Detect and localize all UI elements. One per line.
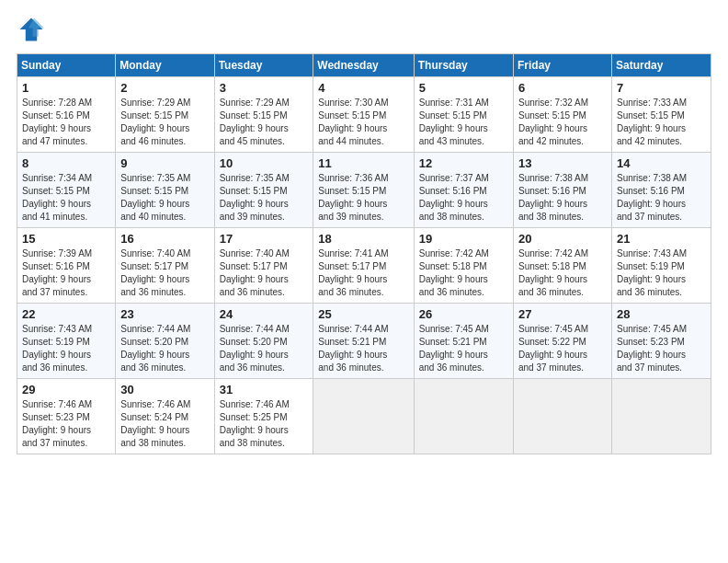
day-info: Sunrise: 7:31 AM Sunset: 5:15 PM Dayligh… [419,97,508,148]
day-info: Sunrise: 7:37 AM Sunset: 5:16 PM Dayligh… [419,172,508,224]
day-number: 22 [22,307,110,321]
calendar-day-cell [313,379,414,454]
day-info: Sunrise: 7:42 AM Sunset: 5:18 PM Dayligh… [419,247,508,299]
calendar-day-cell: 4Sunrise: 7:30 AM Sunset: 5:15 PM Daylig… [313,77,414,153]
calendar-day-cell [611,379,711,454]
day-info: Sunrise: 7:42 AM Sunset: 5:18 PM Dayligh… [518,247,607,299]
calendar-day-cell: 31Sunrise: 7:46 AM Sunset: 5:25 PM Dayli… [214,379,313,454]
calendar-day-cell: 2Sunrise: 7:29 AM Sunset: 5:15 PM Daylig… [116,77,214,153]
calendar-day-cell: 28Sunrise: 7:45 AM Sunset: 5:23 PM Dayli… [611,304,711,379]
day-number: 4 [318,81,408,95]
calendar-day-cell: 22Sunrise: 7:43 AM Sunset: 5:19 PM Dayli… [17,304,116,379]
calendar-day-cell: 23Sunrise: 7:44 AM Sunset: 5:20 PM Dayli… [116,304,214,379]
calendar-day-cell: 1Sunrise: 7:28 AM Sunset: 5:16 PM Daylig… [17,77,116,153]
day-info: Sunrise: 7:30 AM Sunset: 5:15 PM Dayligh… [318,97,408,148]
day-number: 14 [617,156,706,170]
day-info: Sunrise: 7:38 AM Sunset: 5:16 PM Dayligh… [518,172,607,224]
day-number: 10 [220,156,309,170]
calendar-day-cell: 26Sunrise: 7:45 AM Sunset: 5:21 PM Dayli… [414,304,513,379]
weekday-header: Friday [513,54,611,77]
day-info: Sunrise: 7:39 AM Sunset: 5:16 PM Dayligh… [22,247,110,299]
day-number: 3 [220,81,309,95]
weekday-header: Thursday [414,54,513,77]
svg-marker-0 [20,18,43,41]
calendar-day-cell: 16Sunrise: 7:40 AM Sunset: 5:17 PM Dayli… [116,228,214,304]
calendar-day-cell: 29Sunrise: 7:46 AM Sunset: 5:23 PM Dayli… [17,379,116,454]
day-number: 19 [419,232,508,246]
day-info: Sunrise: 7:33 AM Sunset: 5:15 PM Dayligh… [617,97,706,148]
calendar-day-cell: 24Sunrise: 7:44 AM Sunset: 5:20 PM Dayli… [214,304,313,379]
day-number: 9 [120,156,209,170]
calendar-day-cell: 7Sunrise: 7:33 AM Sunset: 5:15 PM Daylig… [611,77,711,153]
day-number: 30 [120,383,209,396]
day-info: Sunrise: 7:35 AM Sunset: 5:15 PM Dayligh… [120,172,209,224]
calendar-day-cell: 5Sunrise: 7:31 AM Sunset: 5:15 PM Daylig… [414,77,513,153]
day-info: Sunrise: 7:35 AM Sunset: 5:15 PM Dayligh… [220,172,309,224]
weekday-header: Saturday [611,54,711,77]
day-info: Sunrise: 7:36 AM Sunset: 5:15 PM Dayligh… [318,172,408,224]
calendar-week-row: 29Sunrise: 7:46 AM Sunset: 5:23 PM Dayli… [17,379,711,454]
day-info: Sunrise: 7:45 AM Sunset: 5:22 PM Dayligh… [518,323,607,374]
calendar-week-row: 22Sunrise: 7:43 AM Sunset: 5:19 PM Dayli… [17,304,711,379]
logo [17,17,50,42]
day-number: 21 [617,232,706,246]
calendar-day-cell: 9Sunrise: 7:35 AM Sunset: 5:15 PM Daylig… [116,153,214,228]
day-number: 17 [220,232,309,246]
calendar-day-cell: 27Sunrise: 7:45 AM Sunset: 5:22 PM Dayli… [513,304,611,379]
weekday-header: Tuesday [214,54,313,77]
calendar-week-row: 1Sunrise: 7:28 AM Sunset: 5:16 PM Daylig… [17,77,711,153]
day-info: Sunrise: 7:28 AM Sunset: 5:16 PM Dayligh… [22,97,110,148]
calendar-day-cell: 8Sunrise: 7:34 AM Sunset: 5:15 PM Daylig… [17,153,116,228]
day-number: 5 [419,81,508,95]
calendar-day-cell: 17Sunrise: 7:40 AM Sunset: 5:17 PM Dayli… [214,228,313,304]
day-number: 27 [518,307,607,321]
calendar-day-cell: 6Sunrise: 7:32 AM Sunset: 5:15 PM Daylig… [513,77,611,153]
logo-icon [18,17,44,42]
day-info: Sunrise: 7:44 AM Sunset: 5:20 PM Dayligh… [120,323,209,374]
weekday-header: Monday [116,54,214,77]
day-info: Sunrise: 7:44 AM Sunset: 5:21 PM Dayligh… [318,323,408,374]
day-info: Sunrise: 7:29 AM Sunset: 5:15 PM Dayligh… [120,97,209,148]
calendar-table: SundayMondayTuesdayWednesdayThursdayFrid… [17,53,711,454]
calendar-header-row: SundayMondayTuesdayWednesdayThursdayFrid… [17,54,711,77]
page: SundayMondayTuesdayWednesdayThursdayFrid… [0,0,728,563]
day-info: Sunrise: 7:29 AM Sunset: 5:15 PM Dayligh… [220,97,309,148]
day-info: Sunrise: 7:46 AM Sunset: 5:25 PM Dayligh… [220,398,309,450]
weekday-header: Sunday [17,54,116,77]
calendar-day-cell: 19Sunrise: 7:42 AM Sunset: 5:18 PM Dayli… [414,228,513,304]
day-info: Sunrise: 7:34 AM Sunset: 5:15 PM Dayligh… [22,172,110,224]
calendar-day-cell: 10Sunrise: 7:35 AM Sunset: 5:15 PM Dayli… [214,153,313,228]
calendar-day-cell: 15Sunrise: 7:39 AM Sunset: 5:16 PM Dayli… [17,228,116,304]
day-number: 31 [220,383,309,396]
day-number: 11 [318,156,408,170]
day-info: Sunrise: 7:46 AM Sunset: 5:24 PM Dayligh… [120,398,209,450]
day-info: Sunrise: 7:45 AM Sunset: 5:23 PM Dayligh… [617,323,706,374]
calendar-day-cell: 18Sunrise: 7:41 AM Sunset: 5:17 PM Dayli… [313,228,414,304]
day-number: 28 [617,307,706,321]
calendar-day-cell: 21Sunrise: 7:43 AM Sunset: 5:19 PM Dayli… [611,228,711,304]
day-info: Sunrise: 7:38 AM Sunset: 5:16 PM Dayligh… [617,172,706,224]
day-number: 7 [617,81,706,95]
calendar-week-row: 15Sunrise: 7:39 AM Sunset: 5:16 PM Dayli… [17,228,711,304]
calendar-day-cell [414,379,513,454]
calendar-day-cell: 25Sunrise: 7:44 AM Sunset: 5:21 PM Dayli… [313,304,414,379]
day-number: 26 [419,307,508,321]
day-number: 6 [518,81,607,95]
day-number: 29 [22,383,110,396]
day-number: 20 [518,232,607,246]
calendar-day-cell [513,379,611,454]
day-number: 24 [220,307,309,321]
day-number: 23 [120,307,209,321]
day-info: Sunrise: 7:45 AM Sunset: 5:21 PM Dayligh… [419,323,508,374]
day-info: Sunrise: 7:32 AM Sunset: 5:15 PM Dayligh… [518,97,607,148]
day-number: 16 [120,232,209,246]
calendar-day-cell: 20Sunrise: 7:42 AM Sunset: 5:18 PM Dayli… [513,228,611,304]
day-info: Sunrise: 7:44 AM Sunset: 5:20 PM Dayligh… [220,323,309,374]
calendar-day-cell: 13Sunrise: 7:38 AM Sunset: 5:16 PM Dayli… [513,153,611,228]
weekday-header: Wednesday [313,54,414,77]
day-info: Sunrise: 7:43 AM Sunset: 5:19 PM Dayligh… [617,247,706,299]
day-number: 18 [318,232,408,246]
day-number: 2 [120,81,209,95]
header [17,17,711,42]
calendar-day-cell: 12Sunrise: 7:37 AM Sunset: 5:16 PM Dayli… [414,153,513,228]
